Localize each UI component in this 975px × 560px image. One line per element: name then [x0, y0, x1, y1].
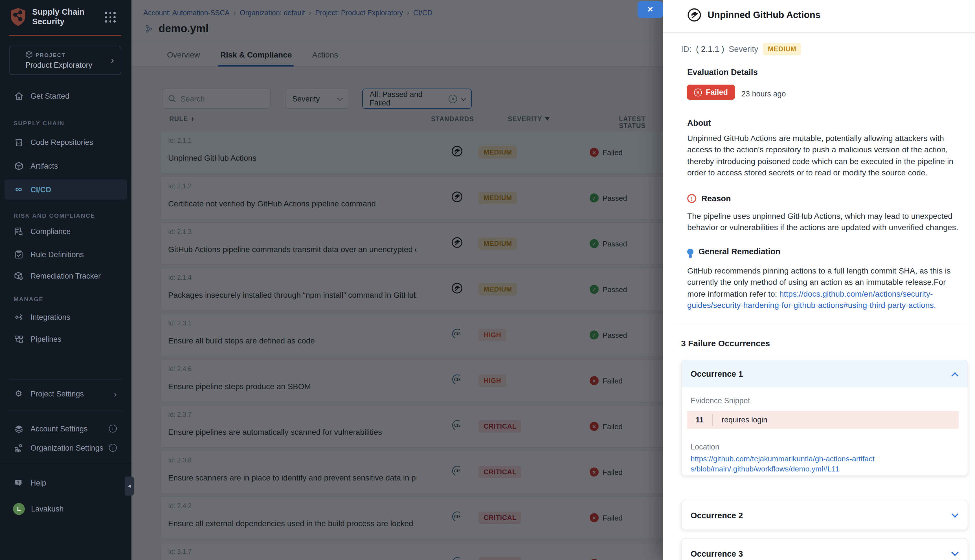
project-name: Product Exploratory [25, 61, 92, 69]
failed-status-badge: × Failed [687, 85, 735, 100]
sidebar-item-project-settings[interactable]: ⚙ Project Settings › [5, 383, 127, 404]
help-chat-icon: ? [13, 478, 24, 488]
chevron-down-icon [951, 549, 958, 556]
divider [9, 410, 122, 411]
severity-label: Severity [729, 45, 758, 53]
layers-icon [13, 424, 24, 433]
chevron-right-icon: › [111, 55, 114, 66]
remediation-heading: General Remediation [698, 247, 780, 256]
sidebar-item-artifacts[interactable]: Artifacts [5, 156, 127, 176]
sidebar-item-label: Help [30, 478, 46, 487]
info-icon: i [109, 444, 117, 452]
project-selector[interactable]: PROJECT Product Exploratory › [9, 46, 121, 75]
divider [0, 463, 132, 464]
occurrence-1-card: Occurrence 1 Evidence Snippet 11 require… [681, 360, 968, 476]
close-button[interactable]: × [638, 1, 663, 18]
app-switcher-icon[interactable] [105, 12, 116, 23]
location-label: Location [691, 443, 720, 451]
evidence-snippet: 11 requires login [687, 411, 958, 428]
brand-divider [9, 35, 121, 36]
reason-heading: Reason [701, 194, 731, 203]
severity-badge: MEDIUM [763, 43, 801, 55]
project-label: PROJECT [35, 52, 66, 58]
sidebar-item-label: Artifacts [30, 162, 58, 170]
rule-detail-panel: Unpinned GitHub Actions ID: ( 2.1.1 ) Se… [663, 0, 975, 560]
svg-text:</>: </> [17, 141, 21, 144]
shield-logo-icon [10, 7, 27, 27]
sidebar-item-pipelines[interactable]: Pipelines [5, 329, 127, 349]
sidebar-item-code-repositories[interactable]: </> Code Repositories [5, 132, 127, 152]
occurrence-2-card: Occurrence 2 [681, 500, 968, 530]
occurrence-title: Occurrence 1 [691, 369, 743, 378]
home-icon [13, 91, 24, 101]
reason-heading-row: ! Reason [687, 194, 731, 203]
sidebar-item-label: Pipelines [30, 335, 62, 343]
remediation-text: GitHub recommends pinning actions to a f… [687, 265, 965, 311]
evidence-label: Evidence Snippet [691, 397, 750, 405]
box-wrench-icon [13, 271, 24, 280]
sidebar: Supply Chain Security PROJECT Product Ex… [0, 0, 132, 560]
modal-overlay[interactable] [132, 0, 663, 560]
app-root: Supply Chain Security PROJECT Product Ex… [0, 0, 975, 560]
sidebar-item-label: Account Settings [30, 424, 88, 433]
app-logo[interactable]: Supply Chain Security [10, 7, 84, 27]
info-icon: i [109, 425, 117, 433]
sidebar-item-compliance[interactable]: Compliance [5, 221, 127, 242]
alert-circle-icon: ! [687, 194, 696, 203]
about-text: Unpinned GitHub Actions are mutable, pot… [687, 133, 965, 178]
remediation-heading-row: General Remediation [687, 247, 780, 256]
evaluation-time: 23 hours ago [741, 90, 786, 98]
gear-icon: ⚙ [13, 388, 24, 399]
avatar: L [13, 503, 25, 515]
evidence-code: requires login [713, 416, 767, 424]
sidebar-item-label: CI/CD [30, 185, 51, 194]
sidebar-item-get-started[interactable]: Get Started [5, 86, 127, 106]
about-heading: About [687, 118, 711, 127]
sidebar-item-label: Integrations [30, 313, 70, 321]
rule-id-value: ( 2.1.1 ) [696, 45, 724, 53]
chevron-up-icon [951, 372, 958, 379]
integrations-icon [13, 312, 24, 322]
sidebar-item-label: Organization Settings [30, 443, 103, 452]
code-repository-icon: </> [13, 137, 24, 147]
sidebar-item-label: Compliance [30, 227, 71, 235]
sidebar-item-remediation-tracker[interactable]: Remediation Tracker [5, 266, 127, 286]
chevron-down-icon [951, 510, 958, 517]
occurrence-title: Occurrence 2 [691, 511, 743, 520]
clipboard-check-icon [13, 250, 24, 259]
owasp-icon [687, 8, 701, 22]
occurrences-heading: 3 Failure Occurrences [681, 338, 770, 348]
divider [9, 379, 122, 380]
sidebar-section-manage: MANAGE [13, 295, 44, 302]
reason-text: The pipeline uses unpinned GitHub Action… [687, 210, 965, 233]
box-icon [13, 161, 24, 171]
sidebar-section-risk-compliance: RISK AND COMPLIANCE [13, 212, 95, 219]
panel-title: Unpinned GitHub Actions [708, 10, 820, 20]
document-search-icon [13, 227, 24, 236]
sidebar-item-integrations[interactable]: Integrations [5, 307, 127, 327]
chevron-right-icon: › [114, 389, 117, 398]
sidebar-section-supply-chain: SUPPLY CHAIN [13, 120, 64, 126]
lightbulb-icon [687, 248, 693, 255]
divider [674, 324, 964, 324]
infinity-icon: ∞ [13, 184, 24, 195]
sidebar-item-label: Code Repositories [30, 138, 93, 146]
sidebar-item-label: Get Started [30, 92, 69, 100]
occurrence-3-header[interactable]: Occurrence 3 [681, 538, 968, 560]
occurrence-title: Occurrence 3 [691, 549, 743, 558]
occurrence-2-header[interactable]: Occurrence 2 [681, 500, 968, 530]
sidebar-item-account-settings[interactable]: Account Settings i [5, 418, 127, 439]
sidebar-item-cicd[interactable]: ∞ CI/CD [5, 179, 127, 200]
occurrence-1-header[interactable]: Occurrence 1 [681, 360, 968, 387]
divider [663, 32, 975, 33]
sidebar-item-help[interactable]: ? Help [5, 473, 127, 493]
sidebar-item-rule-definitions[interactable]: Rule Definitions [5, 244, 127, 265]
sidebar-collapse-toggle[interactable]: ◀ [125, 477, 134, 496]
evaluation-heading: Evaluation Details [687, 68, 758, 77]
user-menu[interactable]: L Lavakush [5, 498, 127, 519]
cube-icon [25, 51, 33, 58]
org-chart-icon [13, 443, 24, 453]
location-link[interactable]: https://github.com/tejakummarikuntla/gh-… [691, 454, 880, 474]
sidebar-item-organization-settings[interactable]: Organization Settings i [5, 438, 127, 458]
user-name: Lavakush [31, 505, 64, 513]
